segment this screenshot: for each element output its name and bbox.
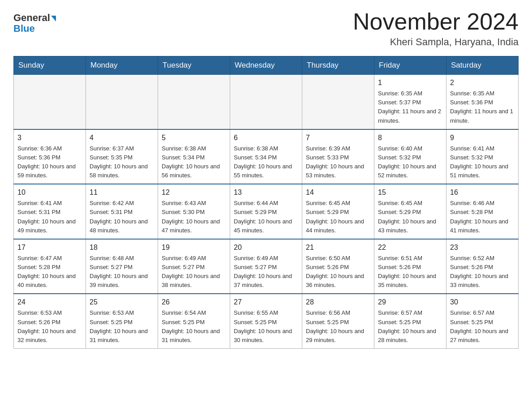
day-info: Sunrise: 6:45 AMSunset: 5:29 PMDaylight:… (306, 199, 370, 235)
calendar-cell: 7Sunrise: 6:39 AMSunset: 5:33 PMDaylight… (302, 129, 374, 184)
calendar-cell: 3Sunrise: 6:36 AMSunset: 5:36 PMDaylight… (14, 129, 86, 184)
day-number: 11 (90, 187, 154, 198)
day-info: Sunrise: 6:49 AMSunset: 5:27 PMDaylight:… (162, 254, 226, 290)
day-info: Sunrise: 6:35 AMSunset: 5:36 PMDaylight:… (450, 89, 515, 125)
calendar-week-3: 10Sunrise: 6:41 AMSunset: 5:31 PMDayligh… (14, 184, 519, 239)
logo-blue: Blue (13, 23, 35, 34)
day-number: 17 (17, 242, 82, 253)
day-number: 15 (378, 187, 442, 198)
day-number: 13 (234, 187, 298, 198)
day-number: 5 (162, 133, 226, 143)
day-number: 4 (90, 133, 154, 143)
day-info: Sunrise: 6:35 AMSunset: 5:37 PMDaylight:… (378, 89, 442, 125)
calendar-cell: 5Sunrise: 6:38 AMSunset: 5:34 PMDaylight… (158, 129, 230, 184)
calendar-cell (14, 75, 86, 129)
day-number: 12 (162, 187, 226, 198)
day-header-friday: Friday (374, 56, 446, 75)
calendar-subtitle: Kheri Sampla, Haryana, India (353, 36, 519, 48)
day-info: Sunrise: 6:51 AMSunset: 5:26 PMDaylight:… (378, 254, 442, 290)
calendar-cell: 15Sunrise: 6:45 AMSunset: 5:29 PMDayligh… (374, 184, 446, 239)
day-number: 23 (450, 242, 515, 253)
calendar-cell: 23Sunrise: 6:52 AMSunset: 5:26 PMDayligh… (446, 239, 519, 294)
day-number: 27 (234, 297, 298, 308)
calendar-cell: 25Sunrise: 6:53 AMSunset: 5:25 PMDayligh… (86, 294, 158, 348)
calendar-week-5: 24Sunrise: 6:53 AMSunset: 5:26 PMDayligh… (14, 294, 519, 348)
calendar-cell: 22Sunrise: 6:51 AMSunset: 5:26 PMDayligh… (374, 239, 446, 294)
calendar-cell: 1Sunrise: 6:35 AMSunset: 5:37 PMDaylight… (374, 75, 446, 129)
calendar-header-row: SundayMondayTuesdayWednesdayThursdayFrid… (14, 56, 519, 75)
calendar-cell: 24Sunrise: 6:53 AMSunset: 5:26 PMDayligh… (14, 294, 86, 348)
day-info: Sunrise: 6:45 AMSunset: 5:29 PMDaylight:… (378, 199, 442, 235)
calendar-cell: 8Sunrise: 6:40 AMSunset: 5:32 PMDaylight… (374, 129, 446, 184)
logo-arrow-icon (51, 16, 56, 21)
day-header-saturday: Saturday (446, 56, 519, 75)
day-info: Sunrise: 6:53 AMSunset: 5:26 PMDaylight:… (17, 308, 82, 345)
calendar-cell: 26Sunrise: 6:54 AMSunset: 5:25 PMDayligh… (158, 294, 230, 348)
day-number: 18 (90, 242, 154, 253)
day-number: 6 (234, 133, 298, 143)
logo: General Blue (13, 9, 56, 34)
day-header-tuesday: Tuesday (158, 56, 230, 75)
day-number: 2 (450, 77, 515, 88)
calendar-week-1: 1Sunrise: 6:35 AMSunset: 5:37 PMDaylight… (14, 75, 519, 129)
calendar-cell: 27Sunrise: 6:55 AMSunset: 5:25 PMDayligh… (230, 294, 302, 348)
day-number: 25 (90, 297, 154, 308)
day-info: Sunrise: 6:50 AMSunset: 5:26 PMDaylight:… (306, 254, 370, 290)
calendar-cell: 14Sunrise: 6:45 AMSunset: 5:29 PMDayligh… (302, 184, 374, 239)
day-info: Sunrise: 6:46 AMSunset: 5:28 PMDaylight:… (450, 199, 515, 235)
day-number: 3 (17, 133, 82, 143)
calendar-cell: 29Sunrise: 6:57 AMSunset: 5:25 PMDayligh… (374, 294, 446, 348)
day-info: Sunrise: 6:57 AMSunset: 5:25 PMDaylight:… (378, 308, 442, 345)
calendar-cell (302, 75, 374, 129)
calendar-cell: 6Sunrise: 6:38 AMSunset: 5:34 PMDaylight… (230, 129, 302, 184)
day-number: 24 (17, 297, 82, 308)
day-info: Sunrise: 6:40 AMSunset: 5:32 PMDaylight:… (378, 144, 442, 180)
day-number: 22 (378, 242, 442, 253)
day-info: Sunrise: 6:36 AMSunset: 5:36 PMDaylight:… (17, 144, 82, 180)
day-info: Sunrise: 6:41 AMSunset: 5:32 PMDaylight:… (450, 144, 515, 180)
calendar-week-4: 17Sunrise: 6:47 AMSunset: 5:28 PMDayligh… (14, 239, 519, 294)
day-number: 9 (450, 133, 515, 143)
calendar-week-2: 3Sunrise: 6:36 AMSunset: 5:36 PMDaylight… (14, 129, 519, 184)
day-info: Sunrise: 6:42 AMSunset: 5:31 PMDaylight:… (90, 199, 154, 235)
calendar-cell: 10Sunrise: 6:41 AMSunset: 5:31 PMDayligh… (14, 184, 86, 239)
day-number: 1 (378, 77, 442, 88)
day-info: Sunrise: 6:39 AMSunset: 5:33 PMDaylight:… (306, 144, 370, 180)
calendar-cell: 13Sunrise: 6:44 AMSunset: 5:29 PMDayligh… (230, 184, 302, 239)
calendar-cell: 30Sunrise: 6:57 AMSunset: 5:25 PMDayligh… (446, 294, 519, 348)
title-section: November 2024 Kheri Sampla, Haryana, Ind… (353, 9, 519, 48)
calendar-title: November 2024 (353, 9, 519, 34)
day-header-wednesday: Wednesday (230, 56, 302, 75)
day-info: Sunrise: 6:47 AMSunset: 5:28 PMDaylight:… (17, 254, 82, 290)
day-info: Sunrise: 6:52 AMSunset: 5:26 PMDaylight:… (450, 254, 515, 290)
day-number: 7 (306, 133, 370, 143)
day-number: 26 (162, 297, 226, 308)
day-number: 19 (162, 242, 226, 253)
day-info: Sunrise: 6:57 AMSunset: 5:25 PMDaylight:… (450, 308, 515, 345)
calendar-cell: 17Sunrise: 6:47 AMSunset: 5:28 PMDayligh… (14, 239, 86, 294)
logo-general: General (13, 12, 50, 23)
calendar-cell: 19Sunrise: 6:49 AMSunset: 5:27 PMDayligh… (158, 239, 230, 294)
day-number: 29 (378, 297, 442, 308)
calendar-cell (86, 75, 158, 129)
day-number: 16 (450, 187, 515, 198)
day-info: Sunrise: 6:49 AMSunset: 5:27 PMDaylight:… (234, 254, 298, 290)
day-info: Sunrise: 6:54 AMSunset: 5:25 PMDaylight:… (162, 308, 226, 345)
calendar-cell: 4Sunrise: 6:37 AMSunset: 5:35 PMDaylight… (86, 129, 158, 184)
calendar-cell: 12Sunrise: 6:43 AMSunset: 5:30 PMDayligh… (158, 184, 230, 239)
day-info: Sunrise: 6:53 AMSunset: 5:25 PMDaylight:… (90, 308, 154, 345)
calendar-cell: 21Sunrise: 6:50 AMSunset: 5:26 PMDayligh… (302, 239, 374, 294)
day-info: Sunrise: 6:43 AMSunset: 5:30 PMDaylight:… (162, 199, 226, 235)
day-number: 21 (306, 242, 370, 253)
day-info: Sunrise: 6:44 AMSunset: 5:29 PMDaylight:… (234, 199, 298, 235)
day-number: 8 (378, 133, 442, 143)
calendar-cell: 2Sunrise: 6:35 AMSunset: 5:36 PMDaylight… (446, 75, 519, 129)
day-number: 30 (450, 297, 515, 308)
calendar-cell: 28Sunrise: 6:56 AMSunset: 5:25 PMDayligh… (302, 294, 374, 348)
calendar-cell: 11Sunrise: 6:42 AMSunset: 5:31 PMDayligh… (86, 184, 158, 239)
calendar-table: SundayMondayTuesdayWednesdayThursdayFrid… (13, 56, 519, 349)
day-number: 28 (306, 297, 370, 308)
page-header: General Blue November 2024 Kheri Sampla,… (13, 9, 519, 48)
day-header-sunday: Sunday (14, 56, 86, 75)
day-info: Sunrise: 6:41 AMSunset: 5:31 PMDaylight:… (17, 199, 82, 235)
